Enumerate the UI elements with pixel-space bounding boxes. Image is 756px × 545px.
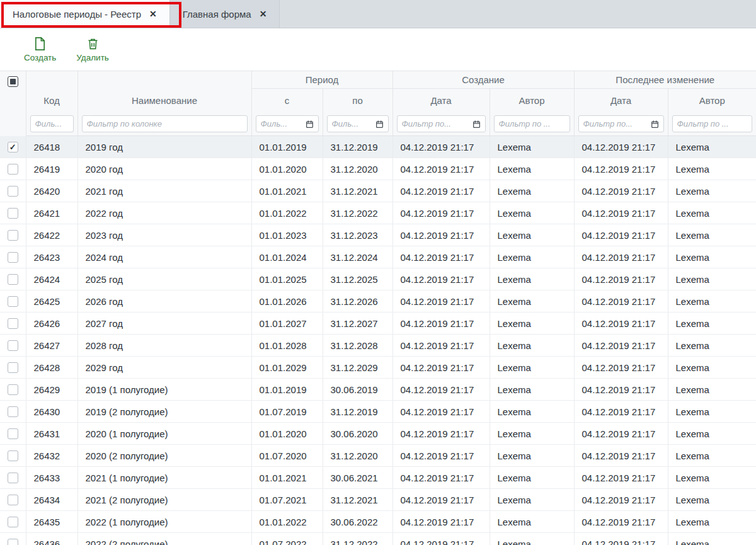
table-row[interactable]: ✓ 26421 2022 год 01.01.2022 31.12.2022 0…	[0, 202, 756, 224]
row-checkbox-cell: ✓	[0, 379, 26, 401]
calendar-icon[interactable]	[651, 120, 659, 128]
table-row[interactable]: ✓ 26433 2021 (1 полугодие) 01.01.2021 30…	[0, 467, 756, 489]
table-row[interactable]: ✓ 26436 2022 (2 полугодие) 01.07.2022 31…	[0, 533, 756, 545]
row-checkbox[interactable]: ✓	[8, 428, 18, 439]
create-button-label: Создать	[24, 53, 56, 62]
row-checkbox-cell: ✓	[0, 158, 26, 180]
table-row[interactable]: ✓ 26429 2019 (1 полугодие) 01.01.2019 30…	[0, 379, 756, 401]
new-document-icon	[33, 37, 47, 51]
cell-created-author: Lexema	[490, 224, 574, 246]
table-row[interactable]: ✓ 26427 2028 год 01.01.2028 31.12.2028 0…	[0, 335, 756, 357]
table-row[interactable]: ✓ 26423 2024 год 01.01.2024 31.12.2024 0…	[0, 246, 756, 268]
cell-created-date: 04.12.2019 21:17	[392, 246, 490, 268]
cell-created-date: 04.12.2019 21:17	[392, 445, 490, 467]
row-checkbox[interactable]: ✓	[8, 296, 18, 307]
row-checkbox[interactable]: ✓	[8, 495, 18, 505]
row-checkbox[interactable]: ✓	[8, 230, 18, 241]
cell-period-from: 01.01.2020	[251, 423, 323, 445]
cell-modified-date: 04.12.2019 21:17	[574, 246, 668, 268]
row-checkbox[interactable]: ✓	[8, 406, 18, 417]
form-tab[interactable]: Главная форма ✕	[170, 0, 280, 28]
cell-name: 2029 год	[77, 357, 251, 379]
cell-code: 26427	[26, 335, 77, 357]
cell-modified-date: 04.12.2019 21:17	[574, 357, 668, 379]
row-checkbox[interactable]: ✓	[8, 142, 18, 152]
calendar-icon[interactable]	[375, 120, 384, 128]
column-header-name[interactable]: Наименование	[77, 71, 251, 113]
cell-modified-date: 04.12.2019 21:17	[574, 313, 668, 335]
row-checkbox[interactable]: ✓	[8, 186, 18, 197]
column-header-modified-author[interactable]: Автор	[668, 89, 756, 113]
column-header-created-author[interactable]: Автор	[490, 89, 574, 113]
table-row[interactable]: ✓ 26432 2020 (2 полугодие) 01.07.2020 31…	[0, 445, 756, 467]
cell-name: 2020 год	[77, 158, 251, 180]
cell-created-date: 04.12.2019 21:17	[392, 467, 490, 489]
table-row[interactable]: ✓ 26430 2019 (2 полугодие) 01.07.2019 31…	[0, 401, 756, 423]
cell-name: 2021 (1 полугодие)	[77, 467, 251, 489]
column-header-modified-date[interactable]: Дата	[574, 89, 668, 113]
cell-name: 2027 год	[77, 313, 251, 335]
row-checkbox[interactable]: ✓	[8, 164, 18, 175]
registry-grid: Код Наименование Период Создание Последн…	[0, 71, 756, 545]
table-row[interactable]: ✓ 26419 2020 год 01.01.2020 31.12.2020 0…	[0, 158, 756, 180]
row-checkbox[interactable]: ✓	[8, 362, 18, 373]
cell-created-date: 04.12.2019 21:17	[392, 180, 490, 202]
column-filter-input[interactable]	[82, 115, 248, 132]
cell-code: 26421	[26, 202, 77, 224]
column-header-period-to[interactable]: по	[323, 89, 392, 113]
table-row[interactable]: ✓ 26424 2025 год 01.01.2025 31.12.2025 0…	[0, 268, 756, 290]
table-row[interactable]: ✓ 26425 2026 год 01.01.2026 31.12.2026 0…	[0, 290, 756, 313]
cell-name: 2024 год	[77, 246, 251, 268]
table-row[interactable]: ✓ 26418 2019 год 01.01.2019 31.12.2019 0…	[0, 136, 756, 158]
cell-period-from: 01.01.2025	[251, 268, 323, 290]
row-checkbox-cell: ✓	[0, 489, 26, 511]
row-checkbox[interactable]: ✓	[8, 340, 18, 351]
table-row[interactable]: ✓ 26431 2020 (1 полугодие) 01.01.2020 30…	[0, 423, 756, 445]
table-row[interactable]: ✓ 26422 2023 год 01.01.2023 31.12.2023 0…	[0, 224, 756, 246]
cell-name: 2022 год	[77, 202, 251, 224]
table-row[interactable]: ✓ 26426 2027 год 01.01.2027 31.12.2027 0…	[0, 313, 756, 335]
table-row[interactable]: ✓ 26435 2022 (1 полугодие) 01.01.2022 30…	[0, 511, 756, 533]
column-header-period-from[interactable]: с	[251, 89, 323, 113]
row-checkbox[interactable]: ✓	[8, 252, 18, 263]
filter-cell	[490, 113, 574, 136]
calendar-icon[interactable]	[306, 120, 314, 128]
column-filter-input[interactable]	[672, 115, 753, 132]
tab-close-icon[interactable]: ✕	[260, 9, 267, 18]
cell-created-author: Lexema	[490, 445, 574, 467]
filter-cell	[26, 113, 77, 136]
row-checkbox[interactable]: ✓	[8, 208, 18, 219]
cell-period-to: 30.06.2021	[323, 467, 392, 489]
column-header-created-date[interactable]: Дата	[392, 89, 490, 113]
column-header-code[interactable]: Код	[26, 71, 77, 113]
table-row[interactable]: ✓ 26434 2021 (2 полугодие) 01.07.2021 31…	[0, 489, 756, 511]
filter-cell	[392, 113, 490, 136]
row-checkbox[interactable]: ✓	[8, 384, 18, 395]
row-checkbox[interactable]: ✓	[8, 274, 18, 285]
row-checkbox[interactable]: ✓	[8, 318, 18, 329]
table-row[interactable]: ✓ 26428 2029 год 01.01.2029 31.12.2029 0…	[0, 357, 756, 379]
table-row[interactable]: ✓ 26420 2021 год 01.01.2021 31.12.2021 0…	[0, 180, 756, 202]
delete-button[interactable]: Удалить	[75, 35, 110, 64]
cell-modified-author: Lexema	[668, 180, 756, 202]
cell-period-to: 30.06.2019	[323, 379, 392, 401]
row-checkbox[interactable]: ✓	[8, 450, 18, 461]
row-checkbox[interactable]: ✓	[8, 473, 18, 483]
create-button[interactable]: Создать	[23, 35, 57, 64]
cell-name: 2020 (1 полугодие)	[77, 423, 251, 445]
tab-close-icon[interactable]: ✕	[149, 9, 157, 18]
cell-modified-date: 04.12.2019 21:17	[574, 158, 668, 180]
cell-modified-date: 04.12.2019 21:17	[574, 268, 668, 290]
group-header-period: Период	[251, 71, 392, 89]
calendar-icon[interactable]	[472, 120, 481, 128]
cell-modified-author: Lexema	[668, 224, 756, 246]
cell-period-from: 01.01.2023	[251, 224, 323, 246]
column-filter-input[interactable]	[30, 115, 74, 132]
cell-modified-author: Lexema	[668, 489, 756, 511]
form-tab[interactable]: Налоговые периоды - Реестр ✕	[0, 0, 170, 28]
row-checkbox-cell: ✓	[0, 290, 26, 313]
select-all-checkbox[interactable]	[8, 76, 18, 87]
row-checkbox[interactable]: ✓	[8, 539, 18, 545]
row-checkbox[interactable]: ✓	[8, 517, 18, 527]
column-filter-input[interactable]	[494, 115, 570, 132]
